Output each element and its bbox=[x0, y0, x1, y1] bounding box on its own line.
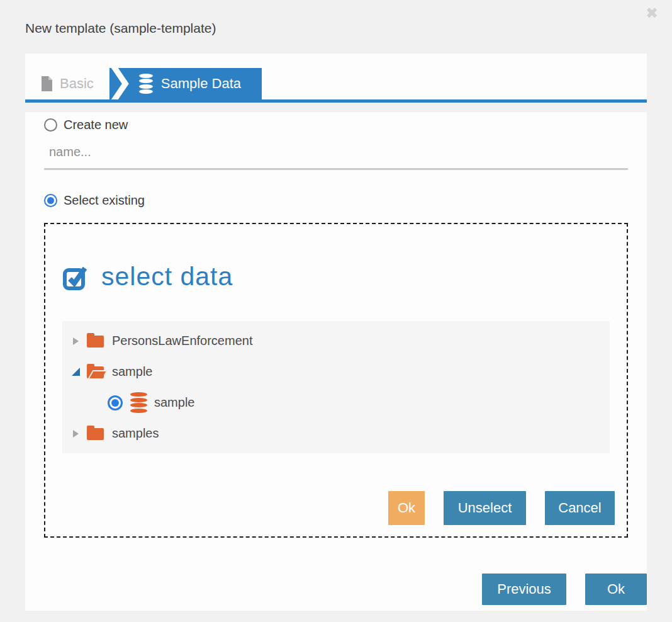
wizard-content-panel: Create new Select existing select data P… bbox=[25, 112, 647, 611]
wizard-tab-bar: Basic Sample Data bbox=[25, 54, 647, 103]
dialog-title: New template (sample-template) bbox=[25, 21, 216, 36]
selector-button-row: Ok Unselect Cancel bbox=[388, 491, 615, 525]
tab-basic-label: Basic bbox=[60, 76, 94, 92]
select-existing-option[interactable]: Select existing bbox=[44, 193, 628, 208]
selector-ok-button[interactable]: Ok bbox=[388, 491, 425, 525]
tree-label: sample bbox=[112, 365, 152, 379]
cancel-button[interactable]: Cancel bbox=[545, 491, 615, 525]
select-data-header: select data bbox=[62, 262, 610, 291]
tree-row-sample-folder[interactable]: sample bbox=[62, 356, 610, 387]
database-icon bbox=[130, 392, 147, 413]
tree-row-samples[interactable]: samples bbox=[62, 418, 610, 449]
tree-label: PersonsLawEnforcement bbox=[112, 334, 252, 348]
folder-open-icon bbox=[87, 366, 104, 378]
select-existing-label: Select existing bbox=[64, 193, 145, 208]
create-new-radio[interactable] bbox=[44, 118, 57, 132]
folder-icon bbox=[87, 336, 104, 348]
wizard-footer-buttons: Previous Ok bbox=[482, 574, 647, 605]
caret-right-icon[interactable] bbox=[71, 337, 81, 345]
tree-item-radio-selected[interactable] bbox=[108, 395, 123, 410]
tree-label: sample bbox=[154, 395, 194, 410]
ok-button[interactable]: Ok bbox=[585, 574, 647, 605]
select-data-title: select data bbox=[101, 262, 233, 291]
data-tree: PersonsLawEnforcement sample sample samp… bbox=[62, 321, 610, 453]
file-icon bbox=[41, 76, 53, 91]
create-new-label: Create new bbox=[64, 118, 128, 132]
folder-icon bbox=[87, 428, 104, 440]
previous-button[interactable]: Previous bbox=[482, 574, 566, 605]
tab-basic[interactable]: Basic bbox=[25, 68, 102, 99]
tabs-row: Basic Sample Data bbox=[25, 68, 262, 99]
tab-sample-data[interactable]: Sample Data bbox=[109, 68, 262, 99]
select-existing-radio[interactable] bbox=[44, 194, 57, 207]
tree-label: samples bbox=[112, 426, 159, 441]
database-icon bbox=[139, 74, 153, 94]
check-square-icon bbox=[62, 263, 90, 291]
caret-right-icon[interactable] bbox=[71, 430, 81, 438]
unselect-button[interactable]: Unselect bbox=[444, 491, 526, 525]
data-selector-box: select data PersonsLawEnforcement sample… bbox=[44, 223, 628, 538]
caret-down-icon[interactable] bbox=[71, 368, 81, 376]
tab-sample-data-label: Sample Data bbox=[161, 76, 241, 92]
tab-arrow-chevron bbox=[109, 68, 131, 99]
tree-row-sample-data[interactable]: sample bbox=[62, 387, 610, 418]
close-icon[interactable]: ✖ bbox=[646, 6, 658, 21]
create-new-option[interactable]: Create new bbox=[44, 118, 628, 132]
name-input[interactable] bbox=[44, 141, 628, 170]
tree-row-personslawenforcement[interactable]: PersonsLawEnforcement bbox=[62, 325, 610, 356]
